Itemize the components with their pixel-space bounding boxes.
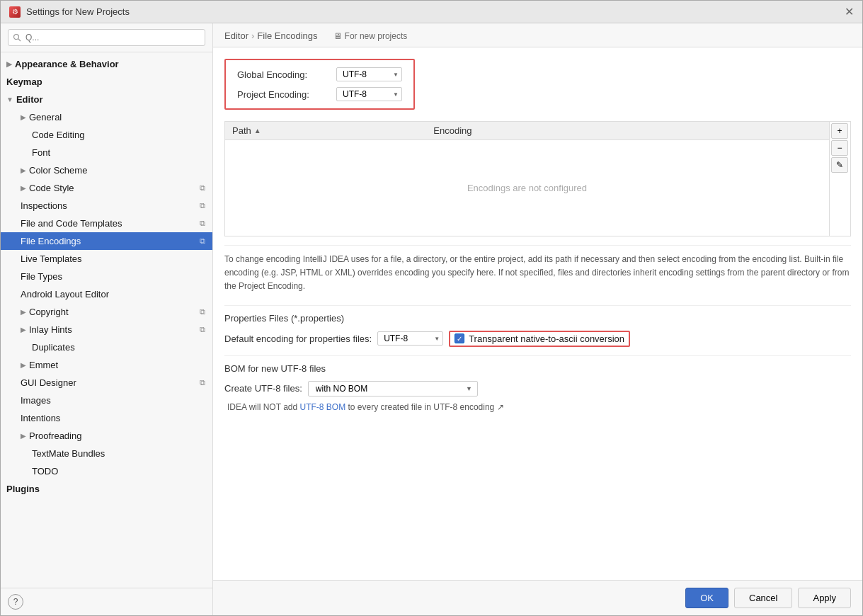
table-header: Path ▲ Encoding — [225, 122, 829, 140]
sidebar-label: Inspections — [21, 200, 200, 211]
edit-button[interactable]: ✎ — [831, 157, 848, 173]
copy-icon: ⧉ — [200, 325, 205, 334]
table-side-actions: + − ✎ — [829, 122, 850, 236]
sidebar-label: TODO — [32, 466, 205, 477]
expand-icon: ▶ — [21, 166, 26, 174]
checkbox-inner: ✓ Transparent native-to-ascii conversion — [455, 333, 624, 344]
table-container: Path ▲ Encoding Encodings are not config… — [225, 122, 850, 236]
sidebar-item-android-layout-editor[interactable]: Android Layout Editor — [1, 285, 212, 303]
transparent-checkbox[interactable]: ✓ — [455, 333, 464, 343]
search-input[interactable] — [8, 29, 205, 46]
sidebar-item-emmet[interactable]: ▶ Emmet — [1, 356, 212, 374]
sidebar-label: Images — [21, 395, 205, 406]
copy-icon: ⧉ — [200, 307, 205, 316]
expand-icon: ▶ — [6, 60, 12, 68]
search-box — [1, 23, 212, 52]
bom-row: Create UTF-8 files: with NO BOM with BOM — [224, 381, 851, 397]
sidebar-item-live-templates[interactable]: Live Templates — [1, 250, 212, 268]
sidebar-label: Color Scheme — [29, 165, 205, 176]
transparent-label: Transparent native-to-ascii conversion — [469, 333, 624, 344]
sidebar-label: TextMate Bundles — [32, 448, 205, 459]
properties-section-title: Properties Files (*.properties) — [224, 305, 851, 324]
sidebar-item-gui-designer[interactable]: GUI Designer ⧉ — [1, 374, 212, 392]
sidebar-item-color-scheme[interactable]: ▶ Color Scheme — [1, 161, 212, 179]
table-main: Path ▲ Encoding Encodings are not config… — [225, 122, 829, 236]
sidebar-item-plugins[interactable]: Plugins — [1, 480, 212, 498]
sidebar-item-todo[interactable]: TODO — [1, 462, 212, 480]
breadcrumb-parent: Editor — [224, 30, 248, 41]
sidebar-label: Live Templates — [21, 253, 205, 264]
main-body: Global Encoding: UTF-8 UTF-16 ISO-8859-1… — [213, 47, 862, 580]
cancel-button[interactable]: Cancel — [734, 588, 792, 608]
apply-button[interactable]: Apply — [798, 588, 851, 608]
monitor-icon: 🖥 — [333, 31, 342, 41]
settings-window: ⚙ Settings for New Projects ✕ ▶ Appearan… — [0, 0, 863, 616]
path-encoding-table: Path ▲ Encoding Encodings are not config… — [224, 121, 851, 236]
project-encoding-select[interactable]: UTF-8 UTF-16 ISO-8859-1 — [336, 87, 402, 101]
empty-message: Encodings are not configured — [225, 140, 829, 236]
sidebar-label: GUI Designer — [21, 377, 200, 388]
bom-section-title: BOM for new UTF-8 files — [224, 355, 851, 374]
help-button[interactable]: ? — [8, 594, 23, 610]
path-column-header[interactable]: Path ▲ — [232, 125, 426, 136]
sidebar-label: Inlay Hints — [29, 324, 200, 335]
copy-icon: ⧉ — [200, 378, 205, 387]
sidebar-label: Code Editing — [32, 130, 205, 140]
main-panel: Editor › File Encodings 🖥 For new projec… — [213, 23, 862, 615]
properties-encoding-select-wrapper: UTF-8 UTF-16 ISO-8859-1 — [377, 331, 443, 346]
dialog-footer: OK Cancel Apply — [213, 580, 862, 615]
sidebar-item-general[interactable]: ▶ General — [1, 108, 212, 126]
sidebar-item-inspections[interactable]: Inspections ⧉ — [1, 197, 212, 215]
title-bar-left: ⚙ Settings for New Projects — [9, 6, 130, 18]
sidebar-item-editor[interactable]: ▼ Editor — [1, 91, 212, 108]
close-button[interactable]: ✕ — [845, 5, 854, 18]
sidebar-item-keymap[interactable]: Keymap — [1, 73, 212, 91]
expand-icon: ▶ — [21, 113, 26, 121]
bom-note-link[interactable]: UTF-8 BOM — [299, 402, 345, 412]
window-title: Settings for New Projects — [26, 6, 130, 17]
sidebar-item-code-editing[interactable]: Code Editing — [1, 126, 212, 144]
sidebar-item-appearance-behavior[interactable]: ▶ Appearance & Behavior — [1, 55, 212, 73]
sidebar-label: Intentions — [21, 413, 205, 423]
remove-button[interactable]: − — [831, 140, 848, 156]
transparent-checkbox-wrapper: ✓ Transparent native-to-ascii conversion — [449, 331, 630, 347]
sidebar-label: Emmet — [29, 360, 205, 370]
encoding-col-label: Encoding — [433, 125, 471, 136]
breadcrumb: Editor › File Encodings — [224, 30, 318, 41]
sidebar-item-copyright[interactable]: ▶ Copyright ⧉ — [1, 303, 212, 321]
properties-encoding-select[interactable]: UTF-8 UTF-16 ISO-8859-1 — [377, 331, 443, 346]
for-new-projects-badge: 🖥 For new projects — [333, 31, 408, 41]
breadcrumb-separator: › — [251, 30, 254, 41]
title-bar: ⚙ Settings for New Projects ✕ — [1, 1, 862, 23]
sidebar-label: Keymap — [6, 76, 205, 87]
expand-icon: ▶ — [21, 326, 26, 333]
sidebar-item-intentions[interactable]: Intentions — [1, 409, 212, 427]
sidebar-item-duplicates[interactable]: Duplicates — [1, 338, 212, 356]
sidebar-label: General — [29, 112, 205, 122]
sidebar-item-file-types[interactable]: File Types — [1, 268, 212, 285]
sidebar-item-proofreading[interactable]: ▶ Proofreading — [1, 427, 212, 445]
ok-button[interactable]: OK — [685, 588, 728, 608]
add-button[interactable]: + — [831, 123, 848, 139]
sidebar-item-images[interactable]: Images — [1, 392, 212, 409]
sidebar-item-textmate-bundles[interactable]: TextMate Bundles — [1, 445, 212, 462]
sidebar-label: Duplicates — [32, 342, 205, 353]
sidebar-label: Android Layout Editor — [21, 289, 205, 300]
sidebar-label: Font — [32, 147, 205, 158]
sidebar-item-inlay-hints[interactable]: ▶ Inlay Hints ⧉ — [1, 321, 212, 338]
encoding-box: Global Encoding: UTF-8 UTF-16 ISO-8859-1… — [224, 59, 415, 110]
sidebar-item-file-encodings[interactable]: File Encodings ⧉ — [1, 232, 212, 250]
sidebar-label: Editor — [16, 94, 205, 105]
sidebar-label: File Encodings — [21, 236, 200, 246]
bom-note-suffix: to every created file in UTF-8 encoding … — [345, 402, 503, 412]
sidebar-item-file-code-templates[interactable]: File and Code Templates ⧉ — [1, 215, 212, 232]
project-encoding-label: Project Encoding: — [237, 89, 336, 100]
app-icon: ⚙ — [9, 6, 21, 18]
sidebar-item-font[interactable]: Font — [1, 144, 212, 161]
sidebar-label: File Types — [21, 271, 205, 282]
info-text: To change encoding IntelliJ IDEA uses fo… — [224, 245, 851, 294]
sidebar-item-code-style[interactable]: ▶ Code Style ⧉ — [1, 179, 212, 197]
bom-select[interactable]: with NO BOM with BOM — [308, 381, 478, 397]
global-encoding-select[interactable]: UTF-8 UTF-16 ISO-8859-1 — [336, 67, 402, 81]
sidebar-label: Proofreading — [29, 430, 205, 441]
